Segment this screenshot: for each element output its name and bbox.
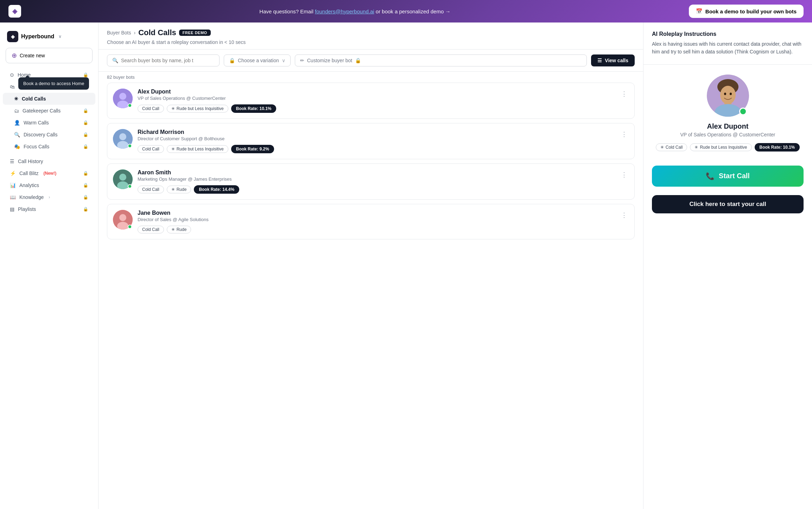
- bot-menu-jane[interactable]: ⋮: [620, 210, 629, 220]
- svg-point-4: [119, 133, 126, 140]
- tag-cold-call-aaron: Cold Call: [138, 186, 164, 193]
- search-input-wrap[interactable]: 🔍: [107, 54, 220, 66]
- tag-cold-call-jane: Cold Call: [138, 226, 164, 233]
- sidebar-company[interactable]: ◈ Hyperbound ∨: [0, 28, 98, 48]
- sidebar-item-knowledge[interactable]: 📖 Knowledge › 🔒: [3, 191, 95, 203]
- svg-point-1: [119, 93, 126, 100]
- gatekeeper-lock-icon: 🔒: [83, 108, 88, 113]
- customize-edit-icon: ✏: [300, 58, 304, 63]
- sidebar-label-warm-calls: Warm Calls: [24, 120, 49, 125]
- panel-instructions: AI Roleplay Instructions Alex is having …: [643, 22, 812, 65]
- online-indicator-aaron: [128, 184, 132, 188]
- bot-name-jane: Jane Bowen: [138, 210, 615, 216]
- breadcrumb-separator: ›: [134, 30, 135, 36]
- sidebar-label-call-blitz: Call Blitz: [19, 170, 38, 176]
- sidebar-label-focus: Focus Calls: [24, 144, 49, 149]
- calendar-icon: 📅: [696, 8, 703, 14]
- phone-icon: 📞: [706, 172, 715, 180]
- customize-lock-icon: 🔒: [355, 58, 361, 63]
- bot-tags-richard: Cold Call ✳ Rude but Less Inquisitive Bo…: [138, 145, 615, 153]
- view-calls-button[interactable]: ☰ View calls: [591, 54, 635, 66]
- bot-menu-richard[interactable]: ⋮: [620, 129, 629, 140]
- panel-tag-cold-icon: ✳: [660, 145, 664, 150]
- panel-avatar-wrap: [707, 75, 749, 117]
- sidebar: ◈ Hyperbound ∨ ⊕ Create new Book a demo …: [0, 22, 99, 509]
- online-indicator-richard: [128, 144, 132, 148]
- search-input[interactable]: [121, 58, 214, 63]
- sidebar-item-call-blitz[interactable]: ⚡ Call Blitz (New!) 🔒: [3, 167, 95, 179]
- view-calls-icon: ☰: [597, 58, 602, 63]
- plus-icon: ⊕: [12, 52, 17, 59]
- main-layout: ◈ Hyperbound ∨ ⊕ Create new Book a demo …: [0, 22, 812, 509]
- tag-icon-jane: ✳: [171, 227, 175, 232]
- panel-selected-role: VP of Sales Operations @ CustomerCenter: [680, 132, 775, 137]
- tag-rude-aaron: ✳ Rude: [167, 186, 191, 193]
- bot-list: Alex Dupont VP of Sales Operations @ Cus…: [99, 83, 643, 248]
- banner-email[interactable]: founders@hyperbound.ai: [315, 8, 374, 14]
- playlists-lock-icon: 🔒: [83, 207, 88, 212]
- book-rate-alex: Book Rate: 10.1%: [231, 104, 277, 113]
- banner-text: Have questions? Email founders@hyperboun…: [21, 8, 689, 14]
- sidebar-item-analytics[interactable]: 📊 Analytics 🔒: [3, 179, 95, 191]
- bot-tags-alex: Cold Call ✳ Rude but Less Inquisitive Bo…: [138, 104, 615, 113]
- sidebar-item-discovery-calls[interactable]: 🔍 Discovery Calls 🔒: [3, 129, 95, 141]
- discovery-lock-icon: 🔒: [83, 132, 88, 137]
- instructions-text: Alex is having issues with his current c…: [652, 40, 804, 56]
- main-content: Buyer Bots › Cold Calls FREE DEMO Choose…: [99, 22, 643, 509]
- sidebar-label-knowledge: Knowledge: [19, 194, 44, 200]
- sidebar-label-gatekeeper: Gatekeeper Calls: [23, 108, 61, 114]
- logo: ◈: [8, 5, 21, 18]
- tag-cold-call-richard: Cold Call: [138, 145, 164, 153]
- bot-menu-alex[interactable]: ⋮: [620, 89, 629, 99]
- panel-online-indicator: [739, 108, 747, 115]
- online-indicator-jane: [128, 225, 132, 229]
- book-demo-button[interactable]: 📅 Book a demo to build your own bots: [689, 5, 804, 18]
- free-demo-badge: FREE DEMO: [179, 30, 211, 36]
- sidebar-item-cold-calls[interactable]: ✳ Cold Calls: [3, 93, 95, 105]
- knowledge-lock-icon: 🔒: [83, 195, 88, 200]
- blitz-lock-icon: 🔒: [83, 171, 88, 176]
- bot-name-alex: Alex Dupont: [138, 89, 615, 95]
- panel-tag-rude: ✳ Rude but Less Inquisitive: [690, 143, 751, 151]
- variation-select[interactable]: 🔒 Choose a variation ∨: [224, 54, 291, 66]
- bot-card-jane-bowen[interactable]: Jane Bowen Director of Sales @ Agile Sol…: [107, 204, 635, 239]
- banner-suffix: or book a personalized demo: [376, 8, 444, 14]
- breadcrumb-parent[interactable]: Buyer Bots: [107, 30, 131, 36]
- call-history-icon: ☰: [10, 159, 14, 164]
- bot-role-aaron: Marketing Ops Manager @ James Enterprise…: [138, 176, 615, 182]
- sidebar-item-playlists[interactable]: ▤ Playlists 🔒: [3, 203, 95, 215]
- sidebar-item-focus-calls[interactable]: 🎭 Focus Calls 🔒: [3, 141, 95, 153]
- right-panel: AI Roleplay Instructions Alex is having …: [643, 22, 812, 509]
- page-header: Buyer Bots › Cold Calls FREE DEMO Choose…: [99, 22, 643, 50]
- variation-chevron: ∨: [282, 58, 285, 63]
- toolbar: 🔍 🔒 Choose a variation ∨ ✏ Customize buy…: [99, 50, 643, 72]
- warm-calls-lock-icon: 🔒: [83, 120, 88, 125]
- sidebar-item-call-history[interactable]: ☰ Call History: [3, 155, 95, 167]
- book-demo-label: Book a demo to build your own bots: [705, 8, 797, 14]
- bot-name-richard: Richard Morrison: [138, 129, 615, 135]
- svg-point-19: [730, 92, 732, 95]
- sidebar-item-gatekeeper-calls[interactable]: 🗂 Gatekeeper Calls 🔒: [3, 105, 95, 117]
- bot-card-richard-morrison[interactable]: Richard Morrison Director of Customer Su…: [107, 123, 635, 159]
- bot-count: 82 buyer bots: [99, 72, 643, 83]
- bot-card-alex-dupont[interactable]: Alex Dupont VP of Sales Operations @ Cus…: [107, 83, 635, 119]
- book-rate-richard: Book Rate: 9.2%: [231, 145, 274, 153]
- bot-menu-aaron[interactable]: ⋮: [620, 169, 629, 180]
- bot-tags-jane: Cold Call ✳ Rude: [138, 226, 615, 233]
- online-indicator-alex: [128, 103, 132, 108]
- start-call-button[interactable]: 📞 Start Call: [652, 166, 804, 187]
- svg-point-10: [119, 214, 126, 221]
- knowledge-icon: 📖: [10, 194, 16, 200]
- company-chevron: ∨: [58, 34, 62, 39]
- home-lock-icon: 🔒: [83, 72, 88, 77]
- create-new-button[interactable]: ⊕ Create new: [6, 48, 93, 63]
- bot-info-jane: Jane Bowen Director of Sales @ Agile Sol…: [138, 210, 615, 233]
- customize-button[interactable]: ✏ Customize buyer bot 🔒: [295, 54, 587, 66]
- bot-card-aaron-smith[interactable]: Aaron Smith Marketing Ops Manager @ Jame…: [107, 163, 635, 200]
- tag-rude-richard: ✳ Rude but Less Inquisitive: [167, 145, 228, 153]
- page-title: Cold Calls: [138, 28, 176, 37]
- sidebar-item-warm-calls[interactable]: 👤 Warm Calls 🔒: [3, 117, 95, 129]
- avatar-wrap-aaron: [113, 169, 133, 189]
- warm-calls-icon: 👤: [14, 120, 20, 125]
- tag-icon-alex: ✳: [171, 106, 175, 111]
